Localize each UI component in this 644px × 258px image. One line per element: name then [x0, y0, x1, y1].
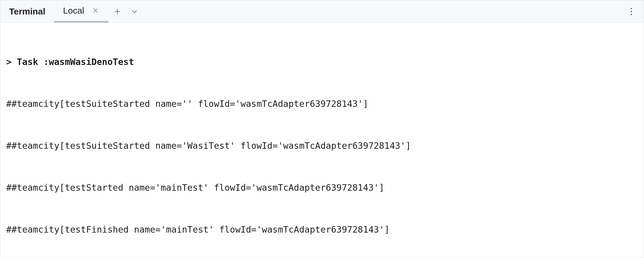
svg-point-6 [631, 14, 632, 15]
output-line: ##teamcity[testSuiteStarted name='' flow… [6, 97, 638, 111]
close-icon[interactable] [91, 6, 100, 15]
tab-local[interactable]: Local [54, 1, 109, 23]
task-line: > Task :wasmWasiDenoTest [6, 55, 638, 69]
more-vertical-icon[interactable] [625, 6, 637, 17]
svg-point-4 [631, 8, 632, 9]
svg-point-5 [631, 11, 632, 12]
output-line: ##teamcity[testStarted name='mainTest' f… [6, 181, 638, 195]
tab-label: Local [63, 6, 84, 16]
terminal-panel: Terminal Local [0, 0, 644, 258]
plus-icon[interactable] [111, 6, 123, 17]
terminal-tab-bar: Terminal Local [0, 0, 644, 23]
terminal-title-label: Terminal [9, 6, 45, 17]
chevron-down-icon[interactable] [129, 6, 140, 17]
terminal-output[interactable]: > Task :wasmWasiDenoTest ##teamcity[test… [0, 23, 644, 258]
output-line: ##teamcity[testSuiteStarted name='WasiTe… [6, 139, 638, 153]
tab-actions [109, 6, 140, 17]
terminal-panel-title[interactable]: Terminal [0, 0, 54, 22]
output-line: ##teamcity[testFinished name='mainTest' … [6, 223, 638, 236]
